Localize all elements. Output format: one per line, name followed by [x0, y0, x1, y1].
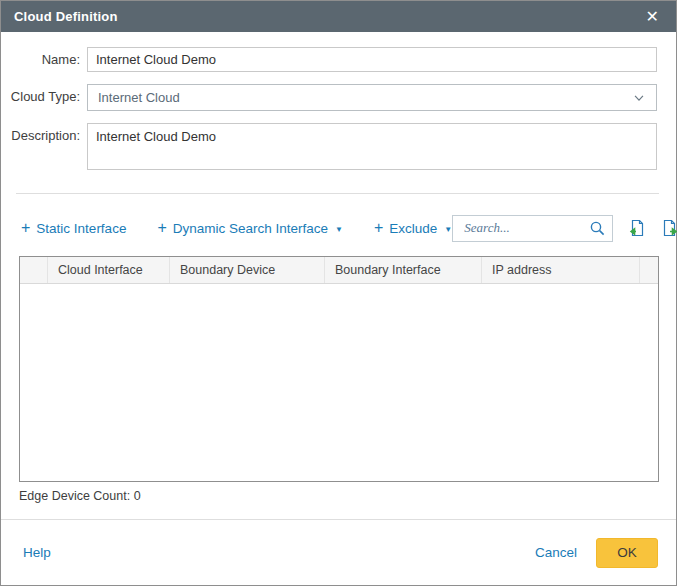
description-textarea[interactable]: Internet Cloud Demo: [87, 123, 657, 170]
titlebar: Cloud Definition ✕: [1, 1, 676, 32]
interface-toolbar: + Static Interface + Dynamic Search Inte…: [21, 214, 657, 242]
help-link[interactable]: Help: [23, 545, 51, 560]
plus-icon: +: [21, 221, 30, 235]
column-header-boundary-interface[interactable]: Boundary Interface: [325, 257, 482, 283]
cancel-button[interactable]: Cancel: [535, 545, 577, 560]
column-header-selector: [20, 257, 48, 283]
plus-icon: +: [157, 221, 166, 235]
caret-down-icon: ▼: [335, 225, 343, 234]
footer: Help Cancel OK: [1, 520, 676, 585]
chevron-down-icon: [632, 91, 646, 105]
search-icon[interactable]: [589, 220, 606, 237]
table-header: Cloud Interface Boundary Device Boundary…: [20, 257, 658, 284]
exclude-label: Exclude: [389, 221, 437, 236]
ok-button[interactable]: OK: [596, 538, 658, 568]
exclude-button[interactable]: + Exclude ▼: [374, 221, 452, 236]
name-input[interactable]: [87, 47, 657, 72]
export-icon: [661, 219, 677, 237]
static-interface-label: Static Interface: [36, 221, 126, 236]
import-button[interactable]: [628, 218, 646, 238]
dynamic-search-interface-button[interactable]: + Dynamic Search Interface ▼: [157, 221, 343, 236]
plus-icon: +: [374, 221, 383, 235]
export-button[interactable]: [661, 218, 677, 238]
dynamic-search-interface-label: Dynamic Search Interface: [173, 221, 328, 236]
search-input[interactable]: [462, 219, 589, 237]
cloud-type-value: Internet Cloud: [98, 90, 632, 105]
table-body[interactable]: [20, 284, 658, 481]
static-interface-button[interactable]: + Static Interface: [21, 221, 126, 236]
import-icon: [628, 219, 646, 237]
column-header-ip-address[interactable]: IP address: [482, 257, 640, 283]
search-box: [452, 215, 613, 242]
interfaces-table: Cloud Interface Boundary Device Boundary…: [19, 256, 659, 482]
name-label: Name:: [1, 47, 87, 72]
column-header-boundary-device[interactable]: Boundary Device: [170, 257, 325, 283]
edge-device-count: Edge Device Count: 0: [19, 489, 141, 503]
dialog-title: Cloud Definition: [14, 9, 118, 24]
description-row: Description: Internet Cloud Demo: [1, 123, 657, 170]
name-row: Name:: [1, 47, 657, 72]
caret-down-icon: ▼: [444, 225, 452, 234]
column-header-cloud-interface[interactable]: Cloud Interface: [48, 257, 170, 283]
cloud-definition-form: Name: Cloud Type: Internet Cloud Descrip…: [1, 47, 657, 182]
cloud-definition-dialog: Cloud Definition ✕ Name: Cloud Type: Int…: [0, 0, 677, 586]
close-icon[interactable]: ✕: [642, 7, 663, 27]
section-divider: [16, 193, 659, 194]
cloud-type-select[interactable]: Internet Cloud: [87, 84, 657, 111]
description-label: Description:: [1, 123, 87, 148]
cloud-type-label: Cloud Type:: [1, 84, 87, 109]
cloud-type-row: Cloud Type: Internet Cloud: [1, 84, 657, 111]
column-header-end: [640, 257, 658, 283]
